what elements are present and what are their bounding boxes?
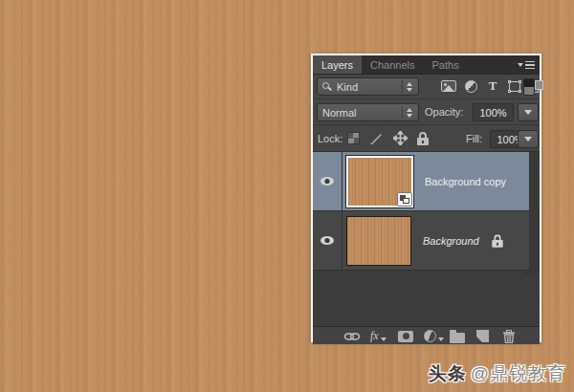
fx-icon: fx bbox=[370, 329, 379, 343]
new-adjustment-layer-button[interactable] bbox=[424, 329, 444, 343]
shape-anchors-icon bbox=[509, 81, 520, 92]
lock-label: Lock: bbox=[318, 133, 342, 144]
search-icon bbox=[322, 82, 332, 92]
panel-menu-icon[interactable] bbox=[518, 59, 535, 71]
fill-dropdown-button[interactable] bbox=[518, 130, 539, 148]
tab-channels[interactable]: Channels bbox=[362, 55, 423, 74]
watermark: 头条 @鼎锐教育 bbox=[429, 361, 566, 386]
fill-label: Fill: bbox=[466, 133, 482, 144]
filter-kind-label: Kind bbox=[337, 81, 358, 93]
copy-badge-icon bbox=[397, 192, 412, 207]
opacity-dropdown-button[interactable] bbox=[518, 103, 539, 121]
filter-shape-layers-button[interactable] bbox=[507, 79, 522, 93]
blend-row: Normal Opacity: 100% bbox=[313, 99, 540, 125]
opacity-value[interactable]: 100% bbox=[473, 103, 514, 121]
new-group-button[interactable] bbox=[450, 329, 465, 343]
filter-type-layers-button[interactable]: T bbox=[485, 79, 500, 93]
layer-mask-icon bbox=[398, 331, 413, 342]
adjustment-arrow-icon bbox=[438, 338, 444, 341]
layer-name[interactable]: Background copy bbox=[425, 176, 506, 187]
lock-all-icon[interactable] bbox=[417, 132, 429, 145]
layers-panel: Layers Channels Paths Kind T Normal Opac… bbox=[311, 54, 541, 342]
layer-row-background-copy[interactable]: Background copy bbox=[313, 152, 529, 211]
tab-paths[interactable]: Paths bbox=[424, 55, 468, 74]
chain-link-icon bbox=[343, 331, 361, 342]
lock-pixels-brush-icon[interactable] bbox=[369, 132, 384, 145]
layer-thumbnail[interactable] bbox=[346, 216, 411, 266]
eye-icon bbox=[320, 235, 335, 246]
visibility-cell[interactable] bbox=[313, 152, 342, 210]
blend-mode-select[interactable]: Normal bbox=[317, 103, 419, 121]
layer-name[interactable]: Background bbox=[423, 235, 479, 247]
stepper-icon bbox=[402, 106, 416, 119]
layers-list: Background copy Background bbox=[313, 152, 540, 326]
layer-row-background[interactable]: Background bbox=[313, 211, 529, 271]
layer-style-button[interactable]: fx bbox=[370, 329, 386, 343]
tab-layers[interactable]: Layers bbox=[313, 55, 362, 74]
eye-icon bbox=[320, 176, 335, 186]
stepper-icon bbox=[402, 80, 416, 93]
delete-layer-button[interactable] bbox=[502, 329, 516, 343]
adjustment-circle-icon bbox=[424, 330, 436, 342]
trash-icon bbox=[502, 330, 516, 343]
half-circle-icon bbox=[465, 80, 477, 93]
new-layer-icon bbox=[476, 330, 489, 342]
watermark-brand: 头条 bbox=[429, 361, 467, 386]
new-layer-button[interactable] bbox=[476, 329, 489, 343]
filter-adjustment-layers-button[interactable] bbox=[463, 79, 478, 93]
watermark-handle: @鼎锐教育 bbox=[471, 361, 566, 386]
thumbnail-texture bbox=[347, 217, 410, 265]
opacity-label: Opacity: bbox=[425, 106, 463, 118]
folder-icon bbox=[450, 333, 465, 343]
lock-row: Lock: Fill: 100% bbox=[313, 125, 540, 152]
panel-bottom-bar: fx bbox=[313, 326, 540, 344]
add-layer-mask-button[interactable] bbox=[398, 329, 413, 343]
layer-thumbnail[interactable] bbox=[346, 156, 413, 207]
locked-layer-icon bbox=[492, 234, 502, 247]
hamburger-icon bbox=[525, 61, 535, 70]
fx-arrow-icon bbox=[381, 338, 386, 341]
panel-tab-bar: Layers Channels Paths bbox=[313, 55, 540, 75]
filter-pixel-layers-button[interactable] bbox=[441, 79, 456, 93]
link-layers-button[interactable] bbox=[343, 329, 361, 343]
blend-mode-value: Normal bbox=[322, 107, 356, 119]
filter-row: Kind T bbox=[313, 75, 540, 99]
visibility-cell[interactable] bbox=[313, 211, 342, 270]
filtering-toggle-switch[interactable] bbox=[523, 78, 535, 96]
filter-kind-dropdown[interactable]: Kind bbox=[317, 77, 419, 96]
menu-arrow-icon bbox=[518, 63, 523, 67]
lock-transparency-icon[interactable] bbox=[347, 132, 360, 144]
image-icon bbox=[441, 80, 456, 92]
lock-position-move-icon[interactable] bbox=[393, 131, 408, 145]
